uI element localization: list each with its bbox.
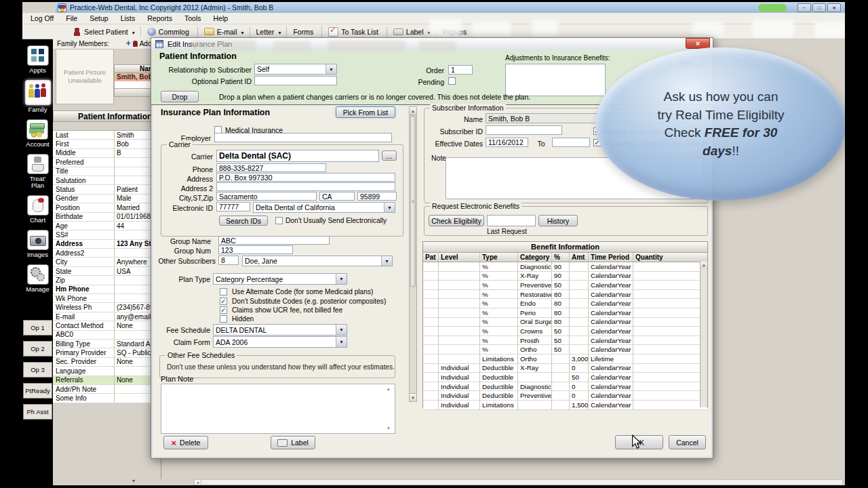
chevron-down-icon[interactable]: ▼ — [326, 64, 336, 74]
operatory-button[interactable]: Op 1 — [23, 320, 52, 336]
benefit-row[interactable]: Individual Deductible 50 CalendarYear — [423, 373, 707, 382]
adjustments-listbox[interactable] — [505, 64, 606, 96]
patient-info-row[interactable]: Billing Type Standard Acc — [53, 340, 161, 348]
city-field[interactable]: Sacramento — [216, 192, 317, 201]
patient-info-row[interactable]: Gender Male — [53, 195, 161, 203]
order-field[interactable]: 1 — [448, 65, 473, 75]
operatory-button[interactable]: Op 2 — [23, 341, 52, 357]
benefit-row[interactable]: % Prosth 50 CalendarYear — [423, 336, 707, 346]
patient-info-row[interactable]: Status Patient — [53, 185, 161, 194]
pending-checkbox[interactable] — [448, 77, 456, 85]
subscriber-id-field[interactable] — [486, 125, 562, 135]
plan-option[interactable]: Hidden — [220, 314, 406, 323]
patient-info-row[interactable]: Hm Phone — [53, 285, 161, 294]
address2-field[interactable] — [216, 182, 395, 191]
horizontal-scrollbar[interactable]: ◂ — [194, 479, 843, 485]
delete-button[interactable]: × Delete — [163, 436, 208, 449]
panel-scrollbar[interactable]: ▲ ≡ ▼ — [409, 106, 417, 402]
toolbar-item[interactable]: Commlog — [140, 26, 196, 37]
carrier-field[interactable]: Delta Dental (SAC) — [216, 150, 379, 162]
patient-info-row[interactable]: Salutation — [53, 176, 161, 185]
sidebar-module[interactable]: Manage — [26, 264, 49, 293]
history-button[interactable]: History — [538, 215, 578, 226]
pick-from-list-button[interactable]: Pick From List — [336, 106, 395, 118]
patient-info-row[interactable]: First Bob — [53, 140, 161, 148]
scroll-down-icon[interactable]: ▼ — [410, 393, 416, 401]
relationship-combo[interactable]: Self▼ — [254, 64, 337, 75]
benefit-row[interactable]: % Endo 80 CalendarYear — [423, 299, 707, 308]
other-subscribers-count-field[interactable]: 8 — [218, 256, 239, 265]
toolbar-item[interactable]: Label — [387, 26, 435, 37]
scroll-up-icon[interactable]: ▴ — [387, 386, 390, 391]
col-quantity[interactable]: Quantity — [633, 253, 707, 262]
patient-info-row[interactable]: Sec. Provider None — [53, 358, 161, 367]
checkbox[interactable] — [220, 306, 227, 314]
address-field[interactable]: P.O. Box 997330 — [216, 173, 395, 182]
plan-option[interactable]: Use Alternate Code (for some Medicaid pl… — [220, 287, 406, 296]
checkbox[interactable] — [220, 298, 227, 305]
sidebar-module[interactable]: Treat' Plan — [24, 154, 52, 189]
benefit-row[interactable]: % Perio 80 CalendarYear — [423, 308, 707, 318]
toolbar-item[interactable]: Forms — [286, 26, 320, 37]
plan-note-textarea[interactable] — [161, 384, 395, 434]
patient-info-row[interactable]: Title — [53, 167, 161, 176]
electronic-id-field[interactable]: 77777 — [216, 202, 250, 211]
sidebar-module[interactable]: Appts — [27, 45, 49, 74]
menu-item[interactable]: Help — [208, 13, 235, 24]
sidebar-module[interactable]: Images — [27, 230, 49, 258]
group-name-field[interactable]: ABC — [218, 236, 330, 245]
toolbar-item[interactable]: Select Patient — [68, 26, 139, 37]
benefit-row[interactable]: % Preventive 50 CalendarYear — [423, 281, 707, 290]
patient-info-row[interactable]: Zip — [53, 276, 161, 285]
operatory-button[interactable]: Op 3 — [23, 362, 52, 378]
patient-info-row[interactable]: Language — [53, 367, 161, 375]
patient-info-row[interactable]: Addr/Ph Note — [53, 385, 161, 394]
electronic-carrier-combo[interactable]: Delta Dental of California▼ — [253, 202, 395, 213]
patient-info-row[interactable]: Last Smith — [53, 131, 161, 140]
state-field[interactable]: CA — [319, 192, 355, 201]
patient-info-row[interactable]: Address2 — [53, 249, 161, 258]
benefit-row[interactable]: % Diagnostic 90 CalendarYear — [423, 262, 707, 272]
patient-info-row[interactable]: Referrals None — [53, 376, 161, 385]
maximize-button[interactable] — [812, 3, 826, 12]
scroll-down-icon[interactable]: ▾ — [132, 478, 135, 484]
checkbox[interactable] — [220, 315, 227, 323]
menu-item[interactable]: Log Off — [24, 13, 60, 24]
plan-option[interactable]: Claims show UCR fee, not billed fee — [220, 306, 406, 314]
benefit-row[interactable]: % Crowns 50 CalendarYear — [423, 327, 707, 336]
patient-info-row[interactable]: SS# — [53, 230, 161, 239]
menu-item[interactable]: Tools — [178, 13, 208, 24]
sidebar-module[interactable]: Family — [25, 80, 51, 113]
menu-item[interactable]: Setup — [83, 13, 114, 24]
search-ids-button[interactable]: Search IDs — [219, 216, 268, 226]
scroll-up-icon[interactable]: ▲ — [701, 262, 707, 268]
benefit-row[interactable]: % X-Ray 90 CalendarYear — [423, 272, 707, 281]
patient-info-row[interactable]: Birthdate 01/01/1968 — [53, 213, 161, 222]
minimize-button[interactable] — [797, 3, 811, 12]
employer-field[interactable] — [214, 133, 392, 142]
close-button[interactable] — [827, 3, 841, 12]
patient-info-row[interactable]: Wireless Ph (234)567-891 — [53, 303, 161, 312]
patient-info-row[interactable]: Contact Method None — [53, 321, 161, 330]
optional-id-field[interactable] — [254, 76, 337, 85]
chevron-down-icon[interactable]: ▼ — [336, 274, 347, 284]
col-timeperiod[interactable]: Time Period — [589, 253, 633, 262]
effective-date-from-field[interactable]: 11/16/2012 — [486, 138, 528, 147]
benefit-row[interactable]: % Oral Surgery 80 CalendarYear — [423, 318, 707, 327]
benefit-row[interactable]: Limitations Ortho 3,000 Lifetime — [423, 354, 707, 364]
patient-info-row[interactable]: City Anywhere — [53, 258, 161, 266]
plan-option[interactable]: Don't Substitute Codes (e.g. posterior c… — [220, 296, 406, 305]
menu-item[interactable]: File — [60, 13, 83, 24]
operatory-button[interactable]: Ph Asst — [23, 404, 52, 420]
col-pat[interactable]: Pat — [423, 253, 439, 262]
drop-button[interactable]: Drop — [161, 91, 199, 102]
toolbar-item[interactable]: Letter — [250, 26, 285, 37]
scroll-down-icon[interactable]: ▾ — [387, 426, 390, 430]
operatory-button[interactable]: PtReady — [23, 383, 52, 399]
benefit-row[interactable]: Individual Deductible Preventive 0 Calen… — [423, 391, 707, 401]
scroll-left-icon[interactable]: ◂ — [195, 480, 201, 485]
label-button[interactable]: Label — [271, 436, 315, 449]
patient-info-row[interactable]: Wk Phone — [53, 294, 161, 303]
sidebar-module[interactable]: Account — [26, 119, 49, 148]
dont-send-checkbox[interactable] — [275, 217, 283, 224]
